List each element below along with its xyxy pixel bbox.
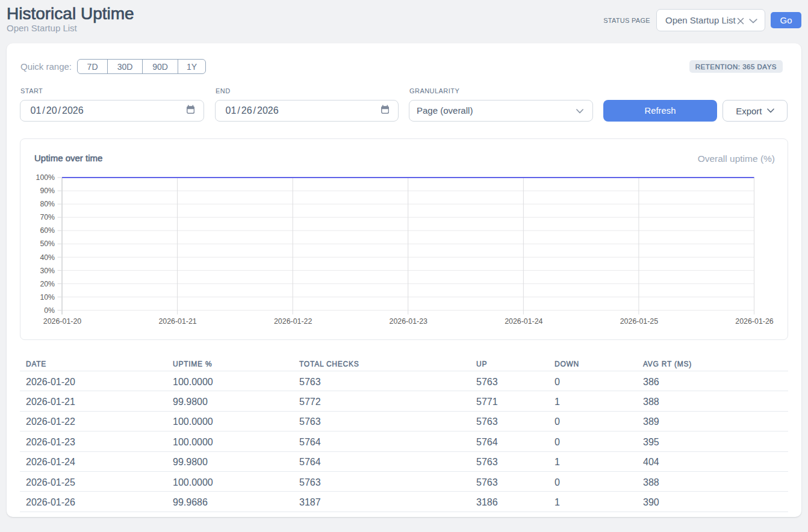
svg-text:2026-01-21: 2026-01-21	[158, 317, 196, 326]
svg-text:40%: 40%	[40, 253, 55, 262]
svg-text:20%: 20%	[40, 280, 55, 288]
svg-text:60%: 60%	[40, 226, 55, 235]
svg-text:2026-01-22: 2026-01-22	[274, 317, 312, 326]
svg-text:10%: 10%	[40, 293, 55, 302]
svg-text:30%: 30%	[40, 267, 55, 275]
svg-text:100%: 100%	[36, 173, 55, 182]
svg-text:80%: 80%	[40, 200, 55, 208]
svg-text:0%: 0%	[44, 306, 55, 315]
svg-text:2026-01-25: 2026-01-25	[620, 317, 658, 326]
svg-text:70%: 70%	[40, 213, 55, 221]
svg-text:2026-01-20: 2026-01-20	[43, 317, 81, 326]
svg-text:50%: 50%	[40, 240, 55, 248]
svg-text:2026-01-23: 2026-01-23	[390, 317, 427, 326]
svg-text:2026-01-26: 2026-01-26	[735, 317, 773, 326]
svg-text:90%: 90%	[40, 187, 55, 195]
svg-text:2026-01-24: 2026-01-24	[505, 317, 542, 326]
